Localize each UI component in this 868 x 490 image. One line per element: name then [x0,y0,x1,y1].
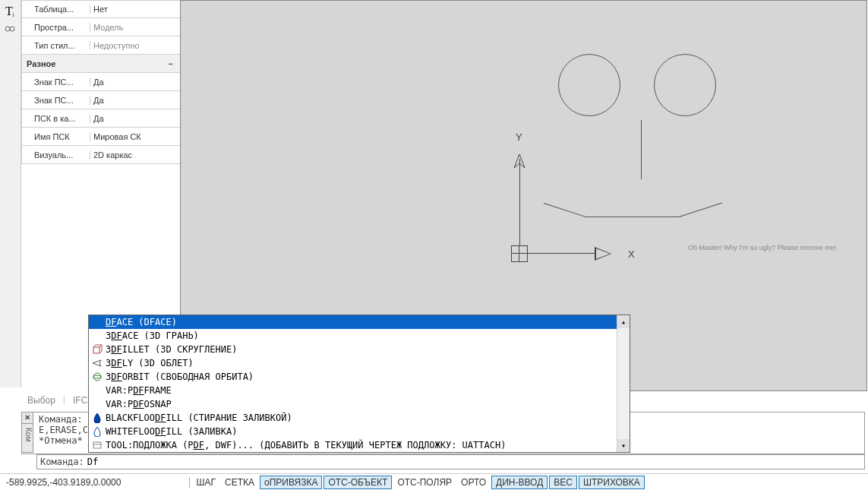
autocomplete-item-label: 3DFACE (3D ГРАНЬ) [106,330,628,341]
drop-black-icon [90,412,104,424]
autocomplete-scrollbar[interactable]: ▴ ▾ [617,315,630,452]
ucs-y-arrow-icon [513,153,526,171]
property-key: Имя ПСК [22,132,90,141]
property-group-label: Разное− [22,59,180,68]
status-toggle-опривязка[interactable]: оПРИВЯЗКА [260,476,322,489]
autocomplete-item[interactable]: 3DFLY (3D ОБЛЕТ) [89,356,630,370]
panel-tabs: Выбор|IFC [21,394,93,407]
panel-tab[interactable]: Выбор [21,394,62,407]
collapse-icon[interactable]: − [169,59,173,68]
divider [189,477,190,488]
svg-point-5 [93,373,101,381]
drawing-line[interactable] [586,217,680,217]
autocomplete-item[interactable]: WHITEFLOODFILL (ЗАЛИВКА) [89,425,630,438]
svg-point-2 [5,27,10,31]
status-toggle-дин-ввод[interactable]: ДИН-ВВОД [491,476,548,489]
autocomplete-item-label: BLACKFLOODFILL (СТИРАНИЕ ЗАЛИВКОЙ) [106,413,628,423]
autocomplete-item[interactable]: 3DFORBIT (СВОБОДНАЯ ОРБИТА) [89,370,630,384]
autocomplete-item-label: VAR:PDFOSNAP [106,399,628,409]
property-row[interactable]: Простра...Модель [21,18,181,36]
command-prompt-label: Команда: [40,457,84,467]
drawing-line[interactable] [641,120,642,179]
cube-icon [90,343,104,356]
drawing-text[interactable]: Oh Master! Why I'm so ugly? Please remov… [688,244,836,251]
command-input-row: Команда: [36,454,865,469]
property-key: Знак ПС... [22,77,90,87]
property-row[interactable]: Имя ПСКМировая СК [21,128,181,146]
property-row[interactable]: ПСК в ка...Да [21,109,181,128]
property-value[interactable]: Недоступно [90,41,180,50]
property-row[interactable]: Тип стил...Недоступно [21,36,181,55]
ucs-y-axis [519,159,520,246]
blank-icon [90,384,104,397]
autocomplete-item[interactable]: TOOL:ПОДЛОЖКА (PDF, DWF)... (ДОБАВИТЬ В … [89,438,630,452]
autocomplete-item-label: 3DFORBIT (СВОБОДНАЯ ОРБИТА) [106,371,628,382]
property-row[interactable]: Таблица...Нет [21,0,181,18]
scroll-up-button[interactable]: ▴ [617,315,630,328]
status-toggle-шаг[interactable]: ШАГ [192,476,219,488]
svg-rect-7 [93,442,101,448]
status-toggle-штриховка[interactable]: ШТРИХОВКА [579,476,645,489]
svg-point-6 [93,375,101,378]
status-toggle-отс-объект[interactable]: ОТС-ОБЪЕКТ [324,476,392,489]
command-input[interactable] [87,457,861,467]
plane-icon [90,357,104,369]
status-toggle-сетка[interactable]: СЕТКА [221,476,258,488]
insert-icon[interactable] [3,21,18,36]
status-toggle-вес[interactable]: ВЕС [549,476,577,489]
svg-rect-4 [93,347,99,353]
status-toggle-орто[interactable]: ОРТО [457,476,490,488]
command-autocomplete-popup: DFACE (DFACE)3DFACE (3D ГРАНЬ)3DFILLET (… [88,315,630,453]
text-tool-icon[interactable]: T↓ [3,3,18,18]
autocomplete-item[interactable]: BLACKFLOODFILL (СТИРАНИЕ ЗАЛИВКОЙ) [89,411,630,425]
autocomplete-item-label: 3DFILLET (3D СКРУГЛЕНИЕ) [106,344,628,355]
property-value[interactable]: 2D каркас [90,150,180,160]
autocomplete-item[interactable]: DFACE (DFACE) [89,315,630,329]
command-panel-close-button[interactable]: ✕ [21,412,33,424]
property-key: Визуаль... [22,150,90,160]
property-row[interactable]: Визуаль...2D каркас [21,146,181,164]
autocomplete-item-label: WHITEFLOODFILL (ЗАЛИВКА) [106,426,628,437]
autocomplete-item-label: VAR:PDFFRAME [106,385,628,396]
property-row[interactable]: Знак ПС...Да [21,73,181,91]
autocomplete-item-label: DFACE (DFACE) [106,317,628,327]
orbit-icon [90,371,104,383]
autocomplete-item[interactable]: VAR:PDFFRAME [89,384,630,397]
drawing-circle[interactable] [654,54,716,116]
property-value[interactable]: Да [90,114,180,123]
blank-icon [90,316,104,328]
drawing-line[interactable] [544,203,587,217]
ucs-x-label: X [628,248,635,260]
property-value[interactable]: Да [90,96,180,105]
autocomplete-item[interactable]: 3DFILLET (3D СКРУГЛЕНИЕ) [89,343,630,356]
properties-panel: Таблица...НетПростра...МодельТип стил...… [21,0,181,164]
svg-point-3 [10,27,14,31]
property-key: Знак ПС... [22,96,90,105]
property-key: Простра... [22,23,90,32]
ucs-y-label: Y [516,131,522,143]
property-value[interactable]: Мировая СК [90,132,180,141]
property-value[interactable]: Нет [90,5,180,14]
property-key: Тип стил... [22,41,90,50]
sheet-icon [90,439,104,451]
drop-white-icon [90,425,104,438]
autocomplete-item[interactable]: VAR:PDFOSNAP [89,397,630,411]
drawing-circle[interactable] [558,54,620,116]
property-key: ПСК в ка... [22,114,90,123]
ucs-x-arrow-icon [595,247,611,261]
property-value[interactable]: Да [90,77,180,87]
scroll-down-button[interactable]: ▾ [617,439,630,452]
property-key: Таблица... [22,5,90,14]
blank-icon [90,330,104,342]
autocomplete-item-label: TOOL:ПОДЛОЖКА (PDF, DWF)... (ДОБАВИТЬ В … [106,440,628,450]
autocomplete-item[interactable]: 3DFACE (3D ГРАНЬ) [89,329,630,343]
status-bar: -589.9925,-403.9189,0.0000 ШАГСЕТКАоПРИВ… [0,473,868,490]
property-value[interactable]: Модель [90,23,180,32]
blank-icon [90,398,104,410]
autocomplete-item-label: 3DFLY (3D ОБЛЕТ) [106,358,628,368]
status-toggle-отс-поляр[interactable]: ОТС-ПОЛЯР [393,476,456,488]
svg-text:↓: ↓ [11,10,15,18]
property-row[interactable]: Знак ПС...Да [21,91,181,109]
drawing-line[interactable] [679,202,722,217]
property-row[interactable]: Разное− [21,55,181,73]
